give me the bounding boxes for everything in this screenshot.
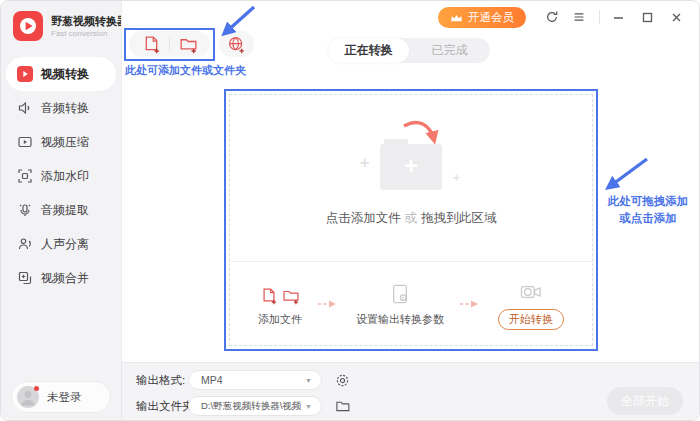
chevron-down-icon: ▼ bbox=[305, 403, 312, 410]
output-format-label: 输出格式: bbox=[136, 373, 185, 388]
sparkle-icon: + bbox=[360, 154, 369, 172]
add-folder-icon bbox=[179, 35, 198, 54]
annotation-right-line2: 或点击添加 bbox=[596, 210, 700, 227]
annotation-right-text: 此处可拖拽添加 或点击添加 bbox=[596, 193, 700, 227]
camera-icon bbox=[519, 282, 543, 302]
folder-illustration: + + + bbox=[380, 144, 442, 190]
step-set-params: 设置输出转换参数 bbox=[356, 281, 444, 327]
step-arrow-icon bbox=[317, 299, 341, 309]
output-format-value: MP4 bbox=[201, 374, 301, 386]
output-format-select[interactable]: MP4 ▼ bbox=[188, 370, 322, 390]
video-convert-icon bbox=[17, 66, 33, 82]
hint-or: 或 bbox=[405, 211, 418, 225]
titlebar-divider bbox=[599, 10, 600, 24]
sidebar-item-video-convert[interactable]: 视频转换 bbox=[6, 57, 116, 91]
folder-icon bbox=[335, 398, 350, 413]
globe-icon bbox=[227, 35, 246, 54]
dropzone-annotation-box: + + + 点击添加文件或拖拽到此区域 bbox=[224, 89, 598, 351]
dropzone-empty-state: + + + 点击添加文件或拖拽到此区域 bbox=[230, 95, 592, 261]
sidebar-item-label: 音频转换 bbox=[41, 100, 89, 117]
minimize-icon bbox=[612, 11, 625, 24]
sidebar-item-label: 添加水印 bbox=[41, 168, 89, 185]
add-watermark-icon bbox=[17, 168, 33, 184]
annotation-top-text: 此处可添加文件或文件夹 bbox=[125, 63, 246, 78]
dropzone-hint: 点击添加文件或拖拽到此区域 bbox=[326, 210, 497, 227]
workflow-steps: 添加文件 设置输出转换参数 bbox=[230, 261, 592, 345]
video-compress-icon bbox=[17, 134, 33, 150]
sidebar-item-label: 音频提取 bbox=[41, 202, 89, 219]
add-file-icon bbox=[260, 287, 278, 305]
tab-converting[interactable]: 正在转换 bbox=[328, 38, 409, 63]
plus-icon: + bbox=[380, 152, 442, 180]
sidebar: 野葱视频转换器 Fast conversion 视频转换 音频转换 bbox=[1, 1, 121, 421]
app-window: 野葱视频转换器 Fast conversion 视频转换 音频转换 bbox=[0, 0, 700, 421]
audio-convert-icon bbox=[17, 100, 33, 116]
minimize-button[interactable] bbox=[610, 9, 626, 25]
step-add-files: 添加文件 bbox=[258, 281, 302, 327]
audio-extract-icon bbox=[17, 202, 33, 218]
tab-completed[interactable]: 已完成 bbox=[409, 38, 490, 63]
refresh-icon bbox=[545, 10, 559, 24]
gear-icon bbox=[335, 373, 350, 388]
notification-dot bbox=[34, 386, 39, 391]
add-folder-icon bbox=[282, 287, 300, 305]
app-logo-icon bbox=[13, 11, 43, 41]
add-file-button[interactable] bbox=[133, 31, 169, 57]
sidebar-item-video-compress[interactable]: 视频压缩 bbox=[1, 125, 121, 159]
maximize-button[interactable] bbox=[639, 9, 655, 25]
main-area: 开通会员 bbox=[121, 1, 699, 364]
sidebar-item-video-merge[interactable]: 视频合并 bbox=[1, 261, 121, 295]
step-arrow-icon bbox=[459, 299, 483, 309]
sparkle-icon: + bbox=[452, 170, 460, 185]
sidebar-item-label: 视频合并 bbox=[41, 270, 89, 287]
refresh-button[interactable] bbox=[544, 9, 560, 25]
hamburger-icon bbox=[572, 10, 586, 24]
app-subtitle: Fast conversion bbox=[51, 28, 128, 39]
maximize-icon bbox=[641, 11, 654, 24]
avatar bbox=[17, 386, 39, 408]
sidebar-item-add-watermark[interactable]: 添加水印 bbox=[1, 159, 121, 193]
close-button[interactable] bbox=[668, 9, 684, 25]
add-url-button[interactable] bbox=[219, 31, 254, 57]
open-folder-button[interactable] bbox=[334, 397, 350, 413]
app-logo: 野葱视频转换器 Fast conversion bbox=[13, 11, 128, 41]
sidebar-item-label: 视频转换 bbox=[41, 66, 89, 83]
annotation-right-line1: 此处可拖拽添加 bbox=[596, 193, 700, 210]
login-label: 未登录 bbox=[47, 390, 82, 405]
vip-label: 开通会员 bbox=[468, 10, 514, 25]
step-start-convert: 开始转换 bbox=[498, 278, 564, 330]
output-folder-value: D:\野葱视频转换器\视频转换 bbox=[201, 400, 301, 413]
chevron-down-icon: ▼ bbox=[305, 377, 312, 384]
crown-icon bbox=[450, 13, 463, 23]
add-file-icon bbox=[142, 35, 161, 54]
open-vip-button[interactable]: 开通会员 bbox=[438, 7, 526, 28]
sidebar-item-audio-convert[interactable]: 音频转换 bbox=[1, 91, 121, 125]
step-label: 添加文件 bbox=[258, 312, 302, 327]
hint-drag: 拖拽到此区域 bbox=[421, 211, 496, 225]
start-all-button[interactable]: 全部开始 bbox=[607, 387, 683, 415]
conversion-tabs: 正在转换 已完成 bbox=[328, 38, 490, 63]
sidebar-item-audio-extract[interactable]: 音频提取 bbox=[1, 193, 121, 227]
step-label: 开始转换 bbox=[498, 309, 564, 330]
video-merge-icon bbox=[17, 270, 33, 286]
footer-bar: 输出格式: MP4 ▼ 输出文件夹: D:\野葱视频转换器\视频转换 ▼ 全部开… bbox=[121, 362, 699, 420]
format-settings-button[interactable] bbox=[334, 372, 350, 388]
output-folder-select[interactable]: D:\野葱视频转换器\视频转换 ▼ bbox=[188, 396, 322, 416]
close-icon bbox=[670, 11, 683, 24]
sidebar-item-label: 视频压缩 bbox=[41, 134, 89, 151]
sidebar-item-label: 人声分离 bbox=[41, 236, 89, 253]
file-dropzone[interactable]: + + + 点击添加文件或拖拽到此区域 bbox=[229, 94, 593, 346]
login-button[interactable]: 未登录 bbox=[11, 381, 111, 413]
settings-file-icon bbox=[390, 283, 410, 305]
step-label: 设置输出转换参数 bbox=[356, 312, 444, 327]
hint-click: 点击添加文件 bbox=[326, 211, 401, 225]
app-title: 野葱视频转换器 bbox=[51, 14, 128, 28]
sidebar-menu: 视频转换 音频转换 视频压缩 添加水印 bbox=[1, 57, 121, 295]
vocal-separate-icon bbox=[17, 236, 33, 252]
menu-button[interactable] bbox=[571, 9, 587, 25]
sidebar-item-vocal-separate[interactable]: 人声分离 bbox=[1, 227, 121, 261]
add-folder-button[interactable] bbox=[170, 31, 206, 57]
add-toolbar bbox=[129, 31, 210, 57]
